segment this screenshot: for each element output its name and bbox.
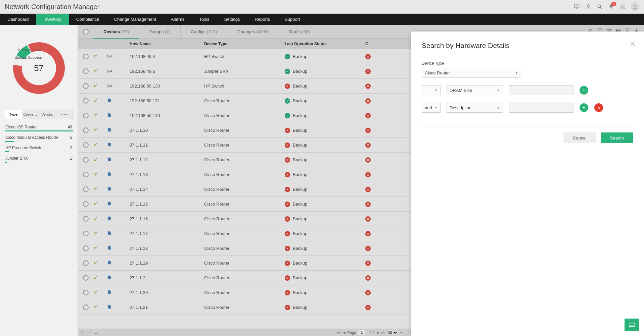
pager-last[interactable]: ⏭ [381,331,385,334]
side-tab-2[interactable]: Vendor [39,110,56,119]
row-checkbox[interactable] [83,201,89,207]
row-checkbox[interactable] [83,216,89,222]
row-status: Backup [285,187,365,192]
search-panel: Search by Hardware Details Device Type C… [411,32,644,336]
row-checkbox[interactable] [83,172,89,177]
subtab-groups[interactable]: Groups (7) [139,25,181,39]
close-icon[interactable] [629,40,636,48]
nav-tools[interactable]: Tools [192,14,217,25]
pager-page-input[interactable] [358,330,365,335]
row-checkbox[interactable] [83,68,89,74]
row-checkbox[interactable] [83,186,89,192]
row-checkbox[interactable] [83,113,89,118]
svg-rect-43 [108,246,111,249]
row-comp [365,113,392,118]
pager-prev[interactable]: ◀ [343,331,346,334]
side-tab-0[interactable]: Type [5,110,22,119]
col-devicetype[interactable]: Device Type [204,42,285,46]
bell-icon[interactable]: 3 [608,3,614,10]
type-row[interactable]: Cisco IOS Router49 [5,124,73,130]
chevron-down-icon: ▼ [434,89,438,92]
row-na-cell: NA [107,69,127,74]
side-tab-3[interactable]: • • • [56,110,73,119]
operator-select-2[interactable]: and ▼ [422,103,441,113]
add-criteria-button[interactable]: + [580,86,588,95]
row-hostname: 192.168.50.140 [127,113,204,118]
row-checkbox[interactable] [83,83,89,89]
add-criteria-button-2[interactable]: + [580,103,588,112]
svg-point-47 [94,277,96,279]
type-row[interactable]: Juniper SRX1 [5,155,73,162]
pager-of: of [367,331,370,335]
pager-settings-icon[interactable] [87,330,91,335]
row-checkbox[interactable] [83,127,89,133]
key-icon [93,157,107,163]
pager-size[interactable]: 50 [387,330,398,335]
row-checkbox[interactable] [83,290,89,295]
operator-select-1[interactable]: ▼ [422,85,441,95]
col-status[interactable]: Last Operation Status [285,42,365,46]
field-select-1[interactable]: DRAM Size ▼ [447,85,503,95]
avatar[interactable] [631,2,639,11]
nav-alarms[interactable]: Alarms [164,14,192,25]
value-input-2[interactable] [509,103,573,113]
status-error-icon [365,246,371,251]
device-type-select[interactable]: Cisco Router ▼ [422,68,521,78]
row-checkbox[interactable] [83,98,89,104]
panel-actions: Cancel Search [422,132,633,143]
chat-icon[interactable] [625,319,639,331]
pager-expand-icon[interactable] [94,330,98,335]
value-input-1[interactable] [509,85,573,95]
search-button[interactable]: Search [601,132,633,143]
type-row[interactable]: HP Procurve Switch2 [5,145,73,151]
nav-dashboard[interactable]: Dashboard [0,14,36,25]
row-checkbox[interactable] [83,142,89,148]
side-tab-1[interactable]: Credent... [22,110,39,119]
sidebar: 57 Backup Failed Backup Success TypeCred… [0,25,78,336]
rocket-icon[interactable] [585,3,592,10]
row-comp [365,305,392,310]
row-checkbox[interactable] [83,275,89,281]
nav-reports[interactable]: Reports [247,14,278,25]
remove-criteria-button[interactable] [594,103,603,112]
presentation-icon[interactable] [573,3,580,10]
select-all-checkbox[interactable] [78,29,93,35]
row-na-cell [107,231,127,236]
row-checkbox[interactable] [83,304,89,310]
subtab-drafts[interactable]: Drafts (36) [279,25,320,39]
nav-inventory[interactable]: Inventory [36,14,69,25]
key-icon [93,304,107,311]
type-row[interactable]: Cisco Modular Access Router5 [5,134,73,141]
row-checkbox[interactable] [83,54,89,59]
nav-settings[interactable]: Settings [217,14,247,25]
row-checkbox[interactable] [83,231,89,236]
col-compliance[interactable]: C... [365,42,392,46]
gear-icon[interactable] [619,3,626,10]
search-icon[interactable] [596,3,603,10]
col-hostname[interactable]: Host Name [127,42,204,46]
field-select-2[interactable]: Description ▼ [447,103,503,113]
row-checkbox[interactable] [83,245,89,251]
pager-refresh-icon[interactable] [81,330,85,335]
row-hostname: 27.1.1.19 [127,261,204,266]
row-status: Backup [285,202,365,207]
row-status: Backup [285,98,365,104]
svg-rect-28 [108,173,111,176]
pager-total: 2 [372,331,374,335]
subtab-configs[interactable]: Configs (113) [181,25,227,39]
row-checkbox[interactable] [83,260,89,266]
cancel-button[interactable]: Cancel [563,132,596,143]
pager-next[interactable]: ▶ [377,331,379,334]
row-checkbox[interactable] [83,157,89,163]
pager-menu-icon[interactable]: ≡ [400,331,402,334]
nav-change-management[interactable]: Change Management [107,14,164,25]
row-na-cell [107,157,127,163]
field-select-2-value: Description [450,105,471,110]
row-devicetype: Juniper SRX [204,69,285,74]
key-icon [93,53,107,60]
nav-compliance[interactable]: Compliance [69,14,107,25]
nav-support[interactable]: Support [277,14,308,25]
subtab-changes[interactable]: Changes (4308) [227,25,279,39]
subtab-devices[interactable]: Devices (57) [93,25,139,39]
pager-first[interactable]: ⏮ [337,331,341,334]
